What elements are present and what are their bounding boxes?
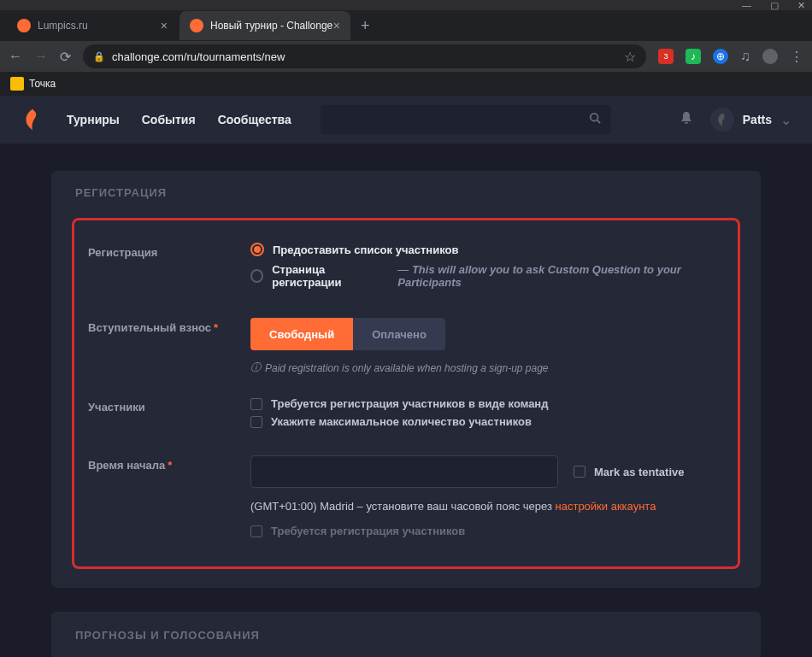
- radio-label: Страница регистрации: [272, 263, 389, 289]
- checkbox-teams[interactable]: [250, 398, 262, 410]
- browser-tab[interactable]: Новый турнир - Challonge ×: [179, 11, 350, 40]
- checkbox-label: Требуется регистрация участников: [271, 525, 465, 537]
- tab-add-button[interactable]: +: [352, 17, 379, 35]
- media-icon[interactable]: ♫: [740, 49, 750, 64]
- user-avatar: [710, 108, 734, 132]
- checkbox-require-registration[interactable]: [250, 525, 262, 537]
- user-menu[interactable]: Patts ⌄: [710, 108, 791, 132]
- profile-avatar[interactable]: [762, 49, 778, 64]
- radio-provide-list[interactable]: [250, 243, 264, 256]
- window-maximize[interactable]: ▢: [770, 0, 779, 11]
- bell-icon[interactable]: [680, 111, 693, 128]
- predictions-panel: ПРОГНОЗЫ И ГОЛОСОВАНИЯ: [51, 612, 761, 657]
- nav-communities[interactable]: Сообщества: [218, 113, 291, 126]
- tab-title: Новый турнир - Challonge: [210, 20, 332, 32]
- chevron-down-icon: ⌄: [780, 112, 791, 128]
- browser-tab[interactable]: Lumpics.ru ×: [7, 11, 178, 40]
- star-icon[interactable]: ☆: [624, 49, 636, 65]
- window-close[interactable]: ✕: [797, 0, 805, 11]
- tab-bar: Lumpics.ru × Новый турнир - Challonge × …: [0, 10, 812, 41]
- registration-panel: РЕГИСТРАЦИЯ Регистрация Предоставить спи…: [51, 171, 761, 588]
- fee-info-note: ⓘ Paid registration is only available wh…: [250, 361, 724, 375]
- bookmark-item[interactable]: Точка: [29, 78, 56, 90]
- label-entry-fee: Вступительный взнос*: [88, 321, 218, 334]
- forward-button[interactable]: →: [34, 49, 48, 64]
- fee-paid-button[interactable]: Оплачено: [353, 318, 445, 350]
- page-content: РЕГИСТРАЦИЯ Регистрация Предоставить спи…: [0, 144, 812, 657]
- address-bar: ← → ⟳ 🔒 challonge.com/ru/tournaments/new…: [0, 41, 812, 72]
- site-logo[interactable]: [21, 108, 44, 132]
- browser-chrome: — ▢ ✕ Lumpics.ru × Новый турнир - Challo…: [0, 0, 812, 96]
- radio-label: Предоставить список участников: [273, 243, 458, 256]
- checkbox-label: Требуется регистрация участников в виде …: [271, 397, 548, 410]
- svg-point-0: [591, 114, 598, 121]
- tab-title: Lumpics.ru: [38, 20, 88, 32]
- timezone-note: (GMT+01:00) Madrid – установите ваш часо…: [250, 500, 724, 513]
- radio-signup-page[interactable]: [250, 269, 263, 283]
- label-start-time: Время начала*: [88, 459, 172, 472]
- label-registration: Регистрация: [88, 246, 157, 259]
- site-header: Турниры События Сообщества Patts ⌄: [0, 96, 812, 144]
- site-search-input[interactable]: [321, 105, 611, 134]
- bookmark-folder-icon: [10, 77, 24, 91]
- extension-icon[interactable]: 3: [658, 49, 674, 64]
- highlighted-section: Регистрация Предоставить список участник…: [72, 218, 740, 569]
- window-controls: — ▢ ✕: [0, 0, 812, 10]
- panel-title: ПРОГНОЗЫ И ГОЛОСОВАНИЯ: [75, 629, 737, 642]
- url-input[interactable]: 🔒 challonge.com/ru/tournaments/new ☆: [83, 44, 646, 68]
- checkbox-tentative[interactable]: [574, 466, 585, 478]
- toolbar-right: 3 ♪ ⊕ ♫ ⋮: [658, 49, 803, 65]
- menu-icon[interactable]: ⋮: [790, 49, 803, 65]
- nav-tournaments[interactable]: Турниры: [67, 113, 120, 126]
- tab-favicon: [190, 19, 203, 32]
- radio-description: — This will allow you to ask Custom Ques…: [397, 263, 724, 289]
- label-participants: Участники: [88, 401, 145, 414]
- tab-close-icon[interactable]: ×: [161, 19, 168, 32]
- checkbox-max-participants[interactable]: [250, 416, 262, 428]
- start-time-input[interactable]: [250, 455, 558, 488]
- panel-title: РЕГИСТРАЦИЯ: [75, 186, 737, 199]
- search-icon: [589, 112, 601, 127]
- reload-button[interactable]: ⟳: [60, 49, 71, 65]
- tab-close-icon[interactable]: ×: [333, 19, 340, 32]
- svg-line-1: [597, 120, 600, 124]
- lock-icon: 🔒: [93, 51, 105, 62]
- info-icon: ⓘ: [250, 361, 261, 375]
- tab-favicon: [17, 19, 31, 32]
- fee-free-button[interactable]: Свободный: [250, 318, 353, 350]
- url-text: challonge.com/ru/tournaments/new: [112, 50, 285, 63]
- window-minimize[interactable]: —: [742, 0, 751, 10]
- bookmarks-bar: Точка: [0, 72, 812, 96]
- extension-icon[interactable]: ⊕: [713, 49, 728, 64]
- checkbox-label: Укажите максимальное количество участник…: [271, 415, 532, 428]
- nav-events[interactable]: События: [142, 113, 196, 126]
- account-settings-link[interactable]: настройки аккаунта: [556, 500, 656, 513]
- extension-icon[interactable]: ♪: [685, 49, 701, 64]
- back-button[interactable]: ←: [9, 49, 22, 64]
- user-name: Patts: [743, 113, 772, 126]
- checkbox-label: Mark as tentative: [594, 466, 685, 478]
